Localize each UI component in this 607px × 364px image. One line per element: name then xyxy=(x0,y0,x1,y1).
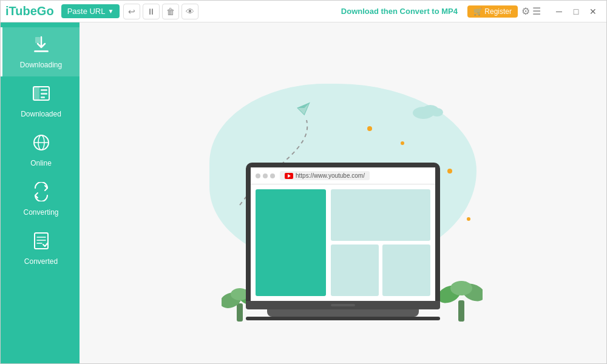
dot-yellow xyxy=(263,174,268,178)
online-icon xyxy=(32,133,51,157)
downloading-label: Downloading xyxy=(20,61,62,69)
content-blocks-row xyxy=(331,244,430,296)
eye-button[interactable]: 👁 xyxy=(181,4,198,19)
settings-button[interactable]: ⚙ xyxy=(521,5,530,17)
laptop: https://www.youtube.com/ xyxy=(246,163,440,320)
sidebar-item-downloading[interactable]: Downloading xyxy=(1,27,80,76)
sidebar: Downloading Downloaded xyxy=(1,22,80,363)
app-logo: iTubeGo xyxy=(5,4,54,18)
dot-4 xyxy=(467,217,470,221)
pause-button[interactable]: ⏸ xyxy=(143,4,160,19)
main-area: Downloading Downloaded xyxy=(1,22,606,363)
svg-rect-17 xyxy=(237,303,243,322)
paste-url-label: Paste URL xyxy=(67,7,106,16)
svg-rect-5 xyxy=(41,93,47,95)
url-text: https://www.youtube.com/ xyxy=(296,172,365,179)
laptop-base xyxy=(246,301,440,309)
svg-rect-4 xyxy=(41,89,47,91)
laptop-stand xyxy=(267,309,419,317)
sidebar-item-downloaded[interactable]: Downloaded xyxy=(1,76,80,126)
svg-rect-3 xyxy=(33,87,39,100)
browser-main-blocks xyxy=(326,184,435,301)
laptop-foot xyxy=(246,317,440,320)
sidebar-item-converting[interactable]: Converting xyxy=(1,175,80,224)
download-icon xyxy=(32,35,51,58)
sidebar-item-online[interactable]: Online xyxy=(1,126,80,175)
dot-green xyxy=(270,174,275,178)
laptop-screen: https://www.youtube.com/ xyxy=(251,167,435,301)
content-block-1 xyxy=(331,189,430,241)
laptop-screen-outer: https://www.youtube.com/ xyxy=(246,163,440,301)
window-controls: ─ □ ✕ xyxy=(551,4,602,19)
app-window: iTubeGo Paste URL ▼ ↩ ⏸ 🗑 👁 Download the… xyxy=(0,0,607,364)
converted-icon xyxy=(32,231,51,255)
menu-button[interactable]: ☰ xyxy=(532,5,541,17)
downloaded-icon xyxy=(32,84,51,107)
browser-sidebar-block xyxy=(256,189,326,296)
plant-right xyxy=(440,267,483,322)
minimize-button[interactable]: ─ xyxy=(551,4,568,19)
svg-rect-10 xyxy=(35,233,48,249)
titlebar: iTubeGo Paste URL ▼ ↩ ⏸ 🗑 👁 Download the… xyxy=(1,1,606,22)
svg-rect-0 xyxy=(34,50,49,52)
paste-url-button[interactable]: Paste URL ▼ xyxy=(61,4,120,18)
undo-button[interactable]: ↩ xyxy=(123,4,140,19)
dot-2 xyxy=(401,141,404,145)
svg-rect-1 xyxy=(35,37,40,43)
youtube-play-icon xyxy=(288,174,291,178)
browser-bar: https://www.youtube.com/ xyxy=(251,167,435,184)
youtube-icon xyxy=(285,173,293,179)
online-label: Online xyxy=(30,159,52,167)
register-button[interactable]: 🛒 Register xyxy=(467,5,518,18)
dot-red xyxy=(256,174,260,178)
svg-rect-6 xyxy=(41,96,45,98)
paste-url-arrow: ▼ xyxy=(108,8,114,15)
illustration: https://www.youtube.com/ xyxy=(161,47,525,339)
content-block-3 xyxy=(382,244,430,296)
delete-button[interactable]: 🗑 xyxy=(162,4,179,19)
converted-label: Converted xyxy=(24,257,58,266)
convert-format: MP4 xyxy=(441,7,458,16)
cloud-group xyxy=(410,102,446,117)
content-block-2 xyxy=(331,244,379,296)
converting-label: Converting xyxy=(23,208,58,217)
browser-content xyxy=(251,184,435,301)
laptop-notch xyxy=(331,304,355,306)
close-button[interactable]: ✕ xyxy=(585,4,602,19)
browser-url-bar: https://www.youtube.com/ xyxy=(280,171,370,180)
svg-point-24 xyxy=(450,281,472,295)
dot-3 xyxy=(447,169,452,174)
convert-label: Download then Convert to MP4 xyxy=(341,7,458,16)
content-area: https://www.youtube.com/ xyxy=(80,22,606,363)
sidebar-item-converted[interactable]: Converted xyxy=(1,224,80,273)
converting-icon xyxy=(32,182,51,206)
svg-rect-21 xyxy=(458,300,464,322)
downloaded-label: Downloaded xyxy=(21,110,61,118)
browser-dots xyxy=(256,174,275,178)
maximize-button[interactable]: □ xyxy=(568,4,585,19)
